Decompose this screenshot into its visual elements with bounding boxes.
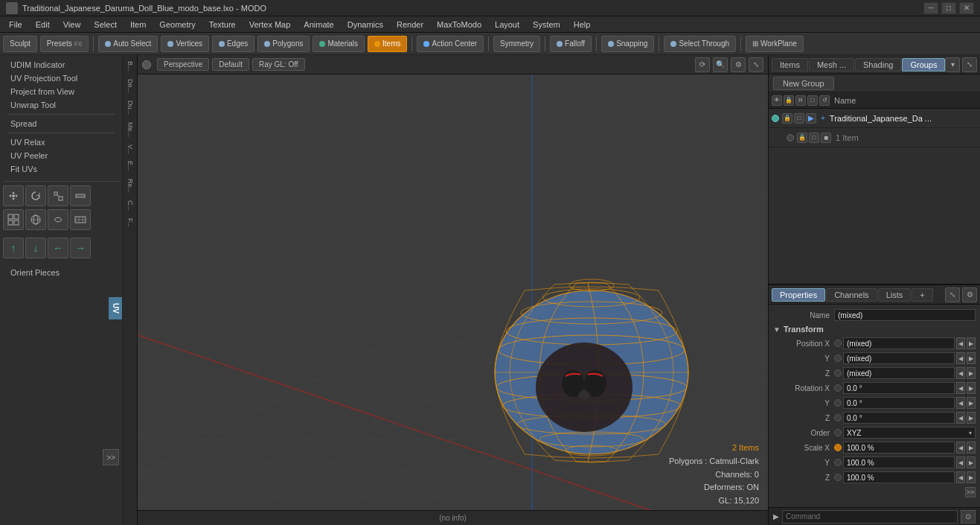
- vp-zoom-icon[interactable]: 🔍: [713, 57, 728, 72]
- pos-x-arrow-r[interactable]: ▶: [967, 337, 976, 349]
- scale-z-arrow-r[interactable]: ▶: [967, 471, 976, 483]
- rot-z-arrow-r[interactable]: ▶: [967, 412, 976, 424]
- col-icon-box[interactable]: □: [807, 95, 818, 106]
- scale-y-arrow-r[interactable]: ▶: [967, 456, 976, 468]
- pos-z-value[interactable]: (mixed): [843, 367, 955, 379]
- edges-button[interactable]: Edges: [212, 36, 254, 52]
- order-indicator[interactable]: [834, 429, 842, 436]
- tab-plus[interactable]: +: [912, 288, 932, 302]
- tool-btn-3[interactable]: [48, 185, 68, 206]
- tool-btn-1[interactable]: [3, 185, 24, 206]
- ray-gl-button[interactable]: Ray GL: Off: [252, 58, 305, 71]
- rot-y-value[interactable]: 0.0 °: [843, 397, 955, 409]
- presets-button[interactable]: Presets F6: [40, 36, 89, 52]
- menu-edit[interactable]: Edit: [30, 19, 56, 31]
- vert-tab-de[interactable]: De...: [125, 76, 135, 96]
- menu-item[interactable]: Item: [124, 19, 152, 31]
- snapping-button[interactable]: Snapping: [601, 36, 654, 52]
- menu-file[interactable]: File: [3, 19, 28, 31]
- row-eye-1[interactable]: [787, 134, 794, 141]
- row-expand-0[interactable]: +: [821, 114, 825, 122]
- vp-rotate-icon[interactable]: ⟳: [695, 57, 710, 72]
- scale-z-indicator[interactable]: [834, 474, 842, 481]
- props-expand-icon[interactable]: ⤡: [945, 287, 960, 302]
- auto-select-button[interactable]: Auto Select: [98, 36, 158, 52]
- tab-items[interactable]: Items: [772, 58, 808, 71]
- tool-btn-7[interactable]: [48, 209, 68, 230]
- command-input[interactable]: [782, 510, 958, 524]
- menu-layout[interactable]: Layout: [489, 19, 525, 31]
- row-type-0[interactable]: ▶: [806, 113, 816, 124]
- vp-settings-icon[interactable]: ⚙: [731, 57, 746, 72]
- col-icon-lock[interactable]: 🔒: [784, 95, 794, 106]
- symmetry-button[interactable]: Symmetry: [493, 36, 540, 52]
- vert-tab-du[interactable]: Du...: [125, 98, 135, 118]
- rot-z-indicator[interactable]: [834, 414, 842, 421]
- scale-x-indicator[interactable]: [834, 444, 842, 451]
- vert-tab-re[interactable]: Re...: [125, 176, 135, 196]
- pos-y-value[interactable]: (mixed): [843, 352, 955, 364]
- tool-btn-6[interactable]: [25, 209, 46, 230]
- tool-btn-up[interactable]: ↑: [3, 238, 24, 258]
- menu-help[interactable]: Help: [568, 19, 597, 31]
- tab-properties[interactable]: Properties: [772, 288, 825, 302]
- rot-x-arrow-r[interactable]: ▶: [967, 382, 976, 394]
- vert-tab-c[interactable]: C...: [125, 197, 135, 214]
- vert-tab-e[interactable]: E...: [125, 158, 135, 174]
- tab-shading[interactable]: Shading: [855, 58, 901, 71]
- tool-btn-down[interactable]: ↓: [25, 238, 46, 258]
- rot-x-arrow-l[interactable]: ◀: [956, 382, 965, 394]
- orient-pieces-item[interactable]: Orient Pieces: [4, 266, 118, 279]
- scale-y-arrow-l[interactable]: ◀: [956, 456, 965, 468]
- pos-y-arrow-l[interactable]: ◀: [956, 352, 965, 364]
- items-button[interactable]: Items: [368, 36, 407, 52]
- tab-lists[interactable]: Lists: [878, 288, 912, 302]
- vert-tab-me[interactable]: Me...: [125, 119, 135, 140]
- sidebar-item-uv-relax[interactable]: UV Relax: [4, 136, 118, 149]
- group-row-1[interactable]: 🔒 □ ■ 1 Item: [769, 128, 980, 147]
- tool-btn-5[interactable]: [3, 209, 24, 230]
- canvas-area[interactable]: 2 Items Polygons : Catmull-Clark Channel…: [138, 74, 768, 525]
- perspective-button[interactable]: Perspective: [157, 58, 209, 71]
- menu-select[interactable]: Select: [88, 19, 123, 31]
- close-button[interactable]: ✕: [959, 2, 974, 14]
- tool-btn-2[interactable]: [25, 185, 46, 206]
- default-button[interactable]: Default: [212, 58, 249, 71]
- menu-render[interactable]: Render: [391, 19, 429, 31]
- sidebar-item-fit-uvs[interactable]: Fit UVs: [4, 162, 118, 176]
- select-through-button[interactable]: Select Through: [664, 36, 736, 52]
- col-icon-eye[interactable]: 👁: [772, 95, 782, 106]
- tool-btn-left[interactable]: ←: [48, 238, 68, 258]
- scale-x-value[interactable]: 100.0 %: [843, 442, 955, 454]
- tool-btn-right[interactable]: →: [70, 238, 91, 258]
- group-row-0[interactable]: 🔒 □ ▶ + Traditional_Japanese_Da ...: [769, 109, 980, 128]
- sculpt-button[interactable]: Sculpt: [3, 36, 37, 52]
- pos-y-arrow-r[interactable]: ▶: [967, 352, 976, 364]
- tab-groups[interactable]: Groups: [902, 58, 945, 71]
- vert-tab-b[interactable]: B...: [125, 58, 135, 74]
- col-icon-ref[interactable]: ↺: [819, 95, 830, 106]
- menu-vertex-map[interactable]: Vertex Map: [243, 19, 297, 31]
- scale-x-arrow-r[interactable]: ▶: [967, 442, 976, 454]
- rot-x-indicator[interactable]: [834, 384, 842, 392]
- vertices-button[interactable]: Vertices: [161, 36, 209, 52]
- falloff-button[interactable]: Falloff: [550, 36, 592, 52]
- transform-section[interactable]: ▼ Transform: [772, 322, 977, 336]
- col-icon-render[interactable]: R: [795, 95, 806, 106]
- scale-z-value[interactable]: 100.0 %: [843, 471, 955, 483]
- materials-button[interactable]: Materials: [313, 36, 365, 52]
- uv-badge[interactable]: UV: [109, 297, 122, 319]
- rot-y-arrow-r[interactable]: ▶: [967, 397, 976, 409]
- menu-dynamics[interactable]: Dynamics: [342, 19, 389, 31]
- props-settings-icon[interactable]: ⚙: [962, 287, 977, 302]
- rot-y-arrow-l[interactable]: ◀: [956, 397, 965, 409]
- props-expand-btn[interactable]: >>: [965, 487, 976, 497]
- scale-y-value[interactable]: 100.0 %: [843, 456, 955, 468]
- vp-expand-icon[interactable]: ⤡: [749, 57, 763, 72]
- menu-geometry[interactable]: Geometry: [153, 19, 201, 31]
- command-submit-icon[interactable]: ⊙: [961, 510, 976, 524]
- sidebar-item-uv-peeler[interactable]: UV Peeler: [4, 149, 118, 162]
- vert-tab-v[interactable]: V...: [125, 141, 135, 157]
- row-type-1[interactable]: ■: [821, 133, 831, 143]
- order-select[interactable]: XYZ ▾: [843, 427, 976, 439]
